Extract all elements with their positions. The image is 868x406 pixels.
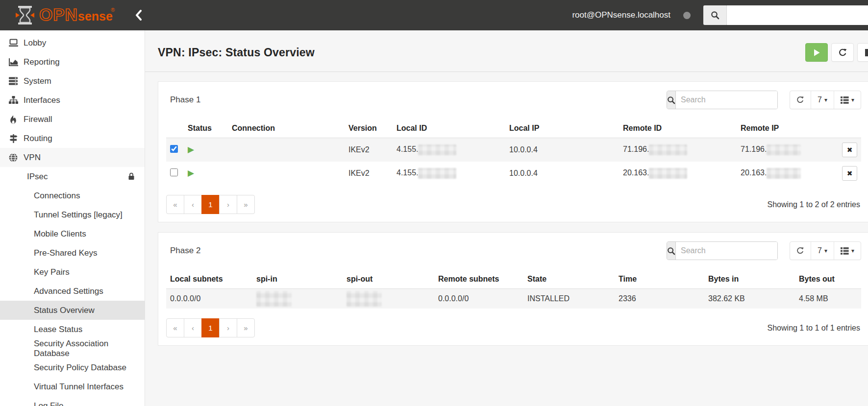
cell-bytes-out: 4.58 MB: [795, 289, 861, 309]
disconnect-button[interactable]: ✖: [842, 143, 857, 157]
sidebar-item-vpn[interactable]: VPN: [0, 148, 145, 167]
prev-page-button[interactable]: ‹: [184, 318, 202, 337]
cell-spi-out: [343, 289, 434, 309]
refresh-icon: [839, 48, 847, 57]
sidebar-item-ipsec[interactable]: IPsec: [0, 167, 145, 186]
phase1-table: Status Connection Version Local ID Local…: [166, 119, 861, 185]
first-page-button[interactable]: «: [166, 318, 184, 337]
phase2-columns-dropdown[interactable]: ▾: [834, 242, 861, 260]
sidebar-item-firewall[interactable]: Firewall: [0, 110, 145, 129]
svg-text:OPN: OPN: [39, 5, 78, 24]
caret-down-icon: ▾: [851, 247, 854, 254]
sidebar-item-label: Lease Status: [34, 325, 82, 334]
phase2-table: Local subnets spi-in spi-out Remote subn…: [166, 270, 861, 309]
opnsense-logo[interactable]: OPN sense ®: [15, 4, 118, 26]
redacted-value: [649, 168, 687, 179]
redacted-value: [767, 168, 801, 179]
phase1-page-size-dropdown[interactable]: 7 ▾: [811, 91, 834, 109]
last-page-button[interactable]: »: [237, 195, 255, 214]
col-header-local-ip[interactable]: Local IP: [505, 119, 619, 138]
fire-icon: [7, 115, 19, 124]
sidebar-item-lobby[interactable]: Lobby: [0, 33, 145, 52]
desktop-icon: [7, 39, 19, 47]
col-header-bytes-in[interactable]: Bytes in: [704, 270, 795, 289]
row-checkbox[interactable]: [170, 145, 178, 153]
connected-play-icon[interactable]: ▶: [188, 168, 194, 178]
col-header-local-subnets[interactable]: Local subnets: [166, 270, 252, 289]
phase1-search-input[interactable]: [676, 91, 778, 109]
cell-version: IKEv2: [345, 162, 393, 185]
sidebar-item-reporting[interactable]: Reporting: [0, 52, 145, 72]
phase2-page-size-dropdown[interactable]: 7 ▾: [811, 242, 834, 260]
area-chart-icon: [7, 58, 19, 66]
sidebar-item-virtual-tunnel-interfaces[interactable]: Virtual Tunnel Interfaces: [0, 377, 145, 396]
col-header-remote-subnets[interactable]: Remote subnets: [434, 270, 523, 289]
sidebar-item-status-overview[interactable]: Status Overview: [0, 301, 145, 320]
main-content: VPN: IPsec: Status Overview Phase 1: [145, 30, 868, 406]
sidebar-nav: Lobby Reporting System Interfaces Firewa…: [0, 30, 145, 406]
sidebar-item-interfaces[interactable]: Interfaces: [0, 91, 145, 110]
sidebar-item-label: Advanced Settings: [34, 287, 103, 296]
play-icon: [814, 49, 820, 56]
first-page-button[interactable]: «: [166, 195, 184, 214]
page-1-button[interactable]: 1: [201, 195, 220, 214]
sidebar-item-connections[interactable]: Connections: [0, 186, 145, 205]
sidebar-item-log-file[interactable]: Log File: [0, 396, 145, 406]
col-header-status[interactable]: Status: [184, 119, 228, 138]
next-page-button[interactable]: ›: [219, 195, 237, 214]
start-service-button[interactable]: [805, 43, 828, 62]
col-header-time[interactable]: Time: [615, 270, 704, 289]
phase1-panel: Phase 1 7 ▾: [158, 81, 868, 222]
sidebar-item-label: Key Pairs: [34, 267, 70, 277]
sidebar-item-security-policy-database[interactable]: Security Policy Database: [0, 358, 145, 377]
col-header-spi-in[interactable]: spi-in: [252, 270, 343, 289]
row-checkbox[interactable]: [170, 168, 178, 176]
sidebar-item-lease-status[interactable]: Lease Status: [0, 320, 145, 339]
sidebar-item-routing[interactable]: Routing: [0, 129, 145, 148]
sidebar-item-security-association-database[interactable]: Security Association Database: [0, 339, 145, 358]
phase1-columns-dropdown[interactable]: ▾: [834, 91, 861, 109]
sitemap-icon: [7, 96, 19, 104]
col-header-local-id[interactable]: Local ID: [393, 119, 505, 138]
phase2-panel: Phase 2 7 ▾: [158, 232, 868, 346]
prev-page-button[interactable]: ‹: [184, 195, 202, 214]
restart-service-button[interactable]: [831, 43, 854, 62]
connected-play-icon[interactable]: ▶: [188, 145, 194, 154]
sidebar-item-advanced-settings[interactable]: Advanced Settings: [0, 282, 145, 301]
phase2-reload-button[interactable]: [790, 242, 811, 260]
table-row: ▶ IKEv2 4.155. 10.0.0.4 71.196. 71.196. …: [166, 138, 861, 162]
signpost-icon: [7, 134, 19, 143]
phase2-search-input[interactable]: [676, 242, 778, 260]
phase1-reload-button[interactable]: [790, 91, 811, 109]
disconnect-button[interactable]: ✖: [842, 166, 857, 181]
global-search-input[interactable]: [727, 5, 868, 25]
cell-local-ip: 10.0.0.4: [505, 162, 619, 185]
col-header-remote-ip[interactable]: Remote IP: [737, 119, 835, 138]
sidebar-collapse-button[interactable]: [135, 10, 142, 21]
sidebar-item-label: Pre-Shared Keys: [34, 248, 97, 258]
sidebar-item-label: Security Policy Database: [34, 363, 126, 373]
sidebar-item-tunnel-settings-legacy[interactable]: Tunnel Settings [legacy]: [0, 205, 145, 224]
col-header-spi-out[interactable]: spi-out: [343, 270, 434, 289]
col-header-version[interactable]: Version: [345, 119, 393, 138]
phase1-pagination: « ‹ 1 › »: [166, 195, 255, 214]
sidebar-item-label: IPsec: [27, 172, 48, 182]
sidebar-item-pre-shared-keys[interactable]: Pre-Shared Keys: [0, 243, 145, 263]
sidebar-item-label: Connections: [34, 191, 80, 201]
sidebar-item-system[interactable]: System: [0, 72, 145, 91]
page-1-button[interactable]: 1: [201, 318, 220, 337]
sidebar-item-label: System: [24, 76, 51, 86]
redacted-value: [418, 144, 456, 155]
globe-icon: [7, 153, 19, 162]
stop-service-button[interactable]: [857, 43, 868, 62]
col-header-state[interactable]: State: [523, 270, 615, 289]
col-header-connection[interactable]: Connection: [228, 119, 345, 138]
col-header-bytes-out[interactable]: Bytes out: [795, 270, 861, 289]
sidebar-item-key-pairs[interactable]: Key Pairs: [0, 263, 145, 282]
sidebar-item-label: Firewall: [24, 115, 52, 124]
next-page-button[interactable]: ›: [219, 318, 237, 337]
sidebar-item-label: Tunnel Settings [legacy]: [34, 210, 123, 220]
sidebar-item-mobile-clients[interactable]: Mobile Clients: [0, 224, 145, 243]
last-page-button[interactable]: »: [237, 318, 255, 337]
col-header-remote-id[interactable]: Remote ID: [619, 119, 737, 138]
